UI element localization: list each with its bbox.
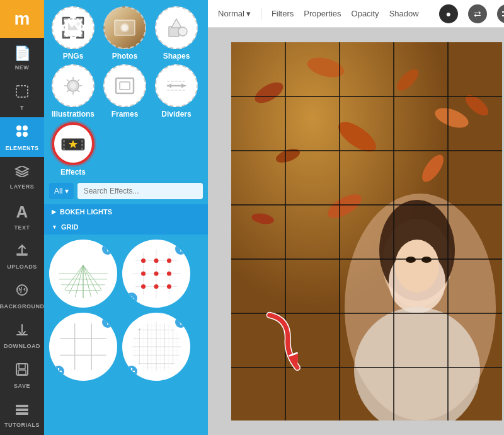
effect-add-icon-4[interactable] (126, 366, 137, 377)
svg-point-20 (70, 83, 76, 89)
svg-point-5 (17, 285, 27, 295)
grid-label: GRID (61, 223, 79, 231)
filters-button[interactable]: Filters (272, 9, 294, 18)
sidebar-item-download[interactable]: DOWNLOAD (0, 316, 44, 356)
effect-info-icon-3[interactable]: i (102, 316, 113, 328)
panel-icon-shapes[interactable]: Shapes (152, 6, 200, 61)
tutorials-icon (15, 403, 29, 419)
background-icon (15, 283, 29, 301)
svg-point-13 (76, 22, 80, 26)
all-dropdown[interactable]: All ▾ (49, 183, 74, 199)
sidebar-item-uploads[interactable]: UPLOADS (0, 236, 44, 276)
svg-rect-102 (502, 11, 504, 13)
illustrations-icon-circle (52, 64, 94, 107)
uploads-icon (15, 243, 29, 261)
svg-rect-101 (131, 368, 132, 374)
panel-icon-effects[interactable]: Effects (49, 122, 97, 177)
svg-point-2 (23, 125, 28, 130)
frames-icon-circle (103, 64, 146, 107)
svg-point-121 (395, 240, 439, 293)
svg-point-63 (154, 284, 158, 289)
sidebar-item-trim[interactable]: T (0, 78, 44, 117)
effect-add-icon-3[interactable] (53, 366, 64, 377)
sidebar-item-elements[interactable]: ELEMENTS (0, 117, 44, 157)
effects-grid: i (44, 235, 208, 386)
photos-icon-circle (103, 6, 146, 49)
layers-icon (14, 165, 30, 181)
elements-icon (14, 124, 30, 142)
pngs-icon-circle (52, 6, 94, 49)
sidebar: m 📄 NEW T ELEMENTS LAYERS (0, 0, 44, 435)
swap-button[interactable]: ⇄ (468, 4, 487, 23)
svg-point-122 (406, 257, 416, 263)
shapes-icon-circle (155, 6, 198, 49)
blend-mode-dropdown[interactable]: Normal ▾ (218, 9, 251, 18)
panel-icon-illustrations[interactable]: Illustrations (49, 64, 97, 119)
sidebar-item-save[interactable]: SAVE (0, 356, 44, 395)
svg-marker-24 (181, 83, 185, 88)
sidebar-item-text[interactable]: A TEXT (0, 197, 44, 236)
effect-info-icon-4[interactable]: i (175, 316, 186, 328)
effect-thumb-perspective-grid[interactable]: i (49, 240, 117, 308)
svg-point-18 (178, 27, 187, 36)
svg-point-59 (141, 271, 146, 276)
opacity-button[interactable]: Opacity (352, 9, 379, 18)
svg-point-57 (154, 258, 158, 263)
effect-thumb-fine-grid[interactable]: i (122, 313, 190, 381)
svg-point-58 (167, 258, 171, 263)
svg-point-4 (23, 132, 28, 137)
category-bokeh-lights[interactable]: ▶ BOKEH LIGHTS (44, 204, 208, 219)
svg-point-64 (167, 284, 171, 289)
more-button[interactable] (497, 4, 504, 23)
effect-thumb-simple-grid[interactable]: i (49, 313, 117, 381)
search-effects-input[interactable] (77, 183, 203, 199)
effects-search-row: All ▾ (44, 183, 208, 204)
svg-rect-0 (16, 86, 28, 97)
bokeh-arrow-icon: ▶ (52, 209, 56, 215)
svg-rect-22 (120, 82, 130, 90)
svg-point-3 (16, 132, 21, 137)
panel-icon-photos[interactable]: Photos (101, 6, 149, 61)
sidebar-item-new[interactable]: 📄 NEW (0, 38, 44, 78)
sidebar-item-background[interactable]: BACKGROUND (0, 276, 44, 316)
save-icon (15, 362, 29, 380)
canvas-area (208, 28, 504, 435)
autumn-photo (231, 42, 502, 420)
bokeh-label: BOKEH LIGHTS (60, 208, 112, 216)
svg-rect-32 (81, 148, 83, 150)
panel-icons-row: PNGs Photos Shapes (44, 0, 208, 183)
svg-rect-103 (502, 15, 504, 16)
svg-rect-30 (81, 140, 83, 142)
category-grid[interactable]: ▼ GRID (44, 219, 208, 235)
shadow-button[interactable]: Shadow (389, 9, 419, 18)
svg-marker-23 (168, 83, 171, 88)
svg-rect-9 (16, 405, 28, 407)
record-button[interactable]: ● (439, 4, 458, 23)
svg-rect-8 (18, 370, 26, 374)
effect-add-icon-2[interactable]: + (126, 293, 137, 304)
sidebar-item-layers[interactable]: LAYERS (0, 157, 44, 197)
effects-icon-circle (52, 122, 94, 165)
svg-point-65 (59, 322, 108, 371)
svg-point-62 (141, 284, 146, 289)
effect-info-icon[interactable]: i (102, 243, 113, 255)
effect-info-icon-2[interactable]: i (175, 243, 186, 255)
effect-thumb-dot-grid[interactable]: i + (122, 240, 190, 308)
svg-rect-21 (116, 78, 134, 93)
svg-rect-29 (63, 148, 65, 150)
panel-icon-dividers[interactable]: Dividers (152, 64, 200, 119)
svg-rect-97 (134, 325, 140, 329)
grid-arrow-icon: ▼ (52, 224, 57, 230)
properties-button[interactable]: Properties (304, 9, 341, 18)
panel-icon-pngs[interactable]: PNGs (49, 6, 97, 61)
svg-point-16 (122, 25, 128, 31)
svg-rect-72 (58, 368, 59, 374)
svg-point-1 (16, 125, 21, 130)
panel-icon-frames[interactable]: Frames (101, 64, 149, 119)
svg-point-56 (141, 258, 146, 263)
sidebar-item-tutorials[interactable]: TUTORIALS (0, 395, 44, 435)
logo[interactable]: m (0, 0, 44, 38)
toolbar-sep-1 (261, 8, 261, 20)
trim-icon (15, 84, 29, 102)
svg-point-60 (154, 271, 158, 276)
